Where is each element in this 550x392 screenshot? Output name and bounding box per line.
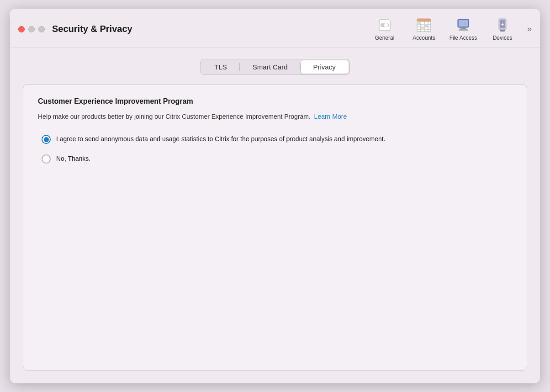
- svg-rect-14: [421, 27, 424, 30]
- toolbar-label-file-access: File Access: [450, 35, 477, 41]
- general-icon: [375, 17, 394, 33]
- main-panel: Customer Experience Improvement Program …: [23, 84, 527, 371]
- tab-smart-card[interactable]: Smart Card: [240, 60, 301, 74]
- file-access-icon: [454, 17, 472, 33]
- radio-item-agree[interactable]: I agree to send anonymous data and usage…: [42, 134, 512, 144]
- toolbar-item-devices[interactable]: ✦ Devices: [484, 15, 521, 43]
- radio-group: I agree to send anonymous data and usage…: [38, 134, 512, 164]
- tab-privacy[interactable]: Privacy: [301, 60, 349, 74]
- radio-agree-label: I agree to send anonymous data and usage…: [56, 134, 386, 144]
- svg-rect-16: [459, 20, 468, 26]
- svg-text:✦: ✦: [501, 22, 504, 27]
- toolbar-item-general[interactable]: General: [366, 15, 403, 43]
- toolbar-item-accounts[interactable]: Accounts: [406, 15, 442, 43]
- traffic-lights: [18, 26, 45, 32]
- toolbar-label-devices: Devices: [493, 35, 513, 41]
- tab-tls[interactable]: TLS: [201, 60, 240, 74]
- radio-agree-circle[interactable]: [42, 135, 51, 144]
- radio-no-thanks-label: No, Thanks.: [56, 154, 90, 164]
- toolbar-label-general: General: [375, 35, 395, 41]
- toolbar: General: [366, 15, 532, 43]
- maximize-button[interactable]: [38, 26, 45, 32]
- panel-title: Customer Experience Improvement Program: [38, 97, 512, 106]
- tab-bar: TLS Smart Card Privacy: [200, 59, 349, 75]
- toolbar-label-accounts: Accounts: [412, 35, 435, 41]
- toolbar-item-file-access[interactable]: File Access: [445, 15, 481, 43]
- toolbar-more-icon[interactable]: »: [527, 24, 532, 34]
- svg-rect-13: [424, 24, 428, 27]
- window-title: Security & Privacy: [52, 24, 132, 34]
- radio-item-no-thanks[interactable]: No, Thanks.: [42, 154, 512, 164]
- panel-desc-text: Help make our products better by joining…: [38, 113, 311, 120]
- radio-no-thanks-circle[interactable]: [42, 154, 51, 164]
- panel-description: Help make our products better by joining…: [38, 112, 512, 122]
- devices-icon: ✦: [493, 17, 512, 33]
- learn-more-link[interactable]: Learn More: [314, 113, 347, 120]
- minimize-button[interactable]: [28, 26, 35, 32]
- svg-rect-11: [417, 19, 431, 21]
- close-button[interactable]: [18, 26, 25, 32]
- svg-rect-17: [460, 27, 466, 29]
- content-area: TLS Smart Card Privacy Customer Experien…: [10, 48, 540, 383]
- svg-rect-21: [500, 30, 505, 32]
- svg-rect-12: [417, 21, 421, 24]
- accounts-icon: [415, 17, 433, 33]
- titlebar: Security & Privacy General: [10, 9, 540, 48]
- app-window: Security & Privacy General: [10, 9, 540, 383]
- svg-rect-18: [459, 29, 468, 31]
- svg-point-2: [384, 23, 388, 27]
